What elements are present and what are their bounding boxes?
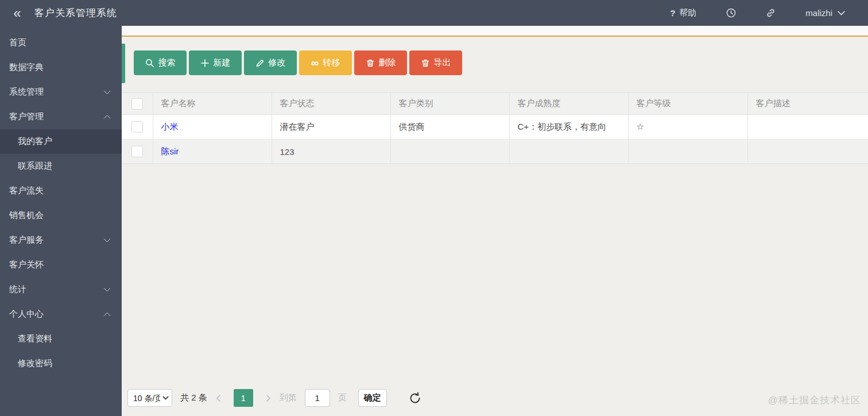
cell-level (628, 139, 747, 164)
delete-button[interactable]: 删除 (354, 50, 407, 75)
sidebar-collapse-icon[interactable]: « (0, 0, 34, 26)
sidebar-item-label: 数据字典 (9, 62, 44, 73)
chevron-down-icon (103, 287, 111, 292)
goto-page-input[interactable] (305, 389, 330, 407)
sidebar-item-label: 销售机会 (9, 210, 44, 221)
content-area: 搜索 新建 修改 ∞ 转移 删除 (122, 26, 868, 416)
trash-icon (421, 59, 430, 68)
transfer-icon: ∞ (311, 57, 319, 68)
sidebar-item-label: 修改密码 (18, 358, 52, 369)
sidebar-item-customer-service[interactable]: 客户服务 (0, 228, 122, 252)
column-header-level: 客户等级 (628, 93, 747, 115)
cell-category (390, 139, 509, 164)
table-header-row: 客户名称 客户状态 客户类别 客户成熟度 客户等级 客户描述 (122, 93, 868, 115)
page-size-select[interactable]: 10 条/页 (127, 389, 172, 407)
plus-icon (200, 59, 210, 68)
sidebar-item-label: 客户流失 (9, 185, 44, 196)
sidebar-item-customer-management[interactable]: 客户管理 (0, 104, 122, 129)
prev-page-icon[interactable] (215, 395, 222, 402)
main-frame: 首页 数据字典 系统管理 客户管理 我的客户 联系跟进 客户流失 销售机会 客户… (0, 26, 868, 416)
row-checkbox[interactable] (131, 121, 143, 133)
action-toolbar: 搜索 新建 修改 ∞ 转移 删除 (134, 50, 868, 75)
confirm-button[interactable]: 确定 (358, 389, 387, 407)
app-title: 客户关系管理系统 (34, 6, 117, 20)
chevron-up-icon (103, 115, 111, 119)
sidebar-item-view-profile[interactable]: 查看资料 (0, 326, 122, 351)
watermark: @稀土掘金技术社区 (768, 394, 861, 407)
user-menu[interactable]: malizhi (805, 8, 845, 18)
search-icon (145, 59, 154, 68)
clock-icon[interactable] (726, 8, 736, 18)
total-count: 共 2 条 (180, 392, 207, 403)
sidebar-item-customer-loss[interactable]: 客户流失 (0, 178, 122, 203)
page-size-select-wrap: 10 条/页 (127, 389, 172, 407)
button-label: 搜索 (158, 57, 176, 68)
sidebar-item-label: 客户服务 (9, 235, 44, 246)
sidebar-item-label: 联系跟进 (18, 161, 52, 172)
sidebar-item-label: 统计 (9, 284, 26, 295)
cell-maturity (509, 139, 628, 164)
sidebar-item-customer-care[interactable]: 客户关怀 (0, 252, 122, 277)
sidebar-item-label: 查看资料 (18, 333, 52, 344)
chevron-down-icon (838, 11, 845, 15)
button-label: 转移 (323, 57, 340, 68)
goto-suffix: 页 (338, 392, 347, 403)
transfer-button[interactable]: ∞ 转移 (299, 50, 352, 75)
pencil-icon (255, 59, 265, 68)
sidebar-item-label: 客户管理 (9, 111, 44, 122)
sidebar-item-label: 客户关怀 (9, 259, 44, 270)
table-row[interactable]: 小米 潜在客户 供货商 C+：初步联系，有意向 ☆ (122, 115, 868, 139)
column-header-name: 客户名称 (153, 93, 272, 115)
crm-app: « 客户关系管理系统 ? 帮助 malizhi (0, 0, 868, 416)
row-checkbox[interactable] (131, 146, 143, 157)
sidebar-item-personal-center[interactable]: 个人中心 (0, 302, 122, 326)
cell-description (747, 139, 868, 164)
sidebar-item-label: 首页 (9, 37, 26, 48)
cell-description (747, 115, 868, 139)
sidebar-nav: 首页 数据字典 系统管理 客户管理 我的客户 联系跟进 客户流失 销售机会 客户… (0, 26, 122, 416)
search-panel-handle[interactable] (122, 44, 125, 83)
table-row[interactable]: 陈sir 123 (122, 139, 868, 164)
customer-name-link[interactable]: 小米 (161, 122, 179, 131)
goto-prefix: 到第 (280, 392, 297, 403)
sidebar-item-change-password[interactable]: 修改密码 (0, 351, 122, 376)
sidebar-item-home[interactable]: 首页 (0, 30, 122, 55)
pagination-bar: 10 条/页 共 2 条 1 到第 页 确定 (122, 386, 868, 416)
select-all-checkbox[interactable] (131, 98, 143, 110)
content-spacer (122, 164, 868, 386)
cell-status: 潜在客户 (272, 115, 390, 139)
button-label: 修改 (269, 57, 286, 68)
sidebar-item-my-customers[interactable]: 我的客户 (0, 129, 122, 154)
cell-status: 123 (272, 139, 390, 164)
next-page-icon[interactable] (265, 395, 272, 402)
top-header: « 客户关系管理系统 ? 帮助 malizhi (0, 0, 868, 26)
customer-table: 客户名称 客户状态 客户类别 客户成熟度 客户等级 客户描述 小米 潜在客户 供… (122, 92, 868, 164)
customer-name-link[interactable]: 陈sir (161, 146, 179, 156)
sidebar-item-data-dictionary[interactable]: 数据字典 (0, 55, 122, 80)
modify-button[interactable]: 修改 (244, 50, 297, 75)
export-button[interactable]: 导出 (409, 50, 462, 75)
column-header-category: 客户类别 (390, 93, 509, 115)
sidebar-item-statistics[interactable]: 统计 (0, 277, 122, 302)
link-icon[interactable] (766, 8, 776, 18)
cell-category: 供货商 (390, 115, 509, 139)
refresh-icon[interactable] (409, 392, 421, 405)
cell-level: ☆ (628, 115, 747, 139)
help-button[interactable]: ? 帮助 (670, 7, 696, 18)
column-header-maturity: 客户成熟度 (509, 93, 628, 115)
search-button[interactable]: 搜索 (134, 50, 187, 75)
sidebar-item-label: 个人中心 (9, 309, 44, 320)
question-icon: ? (670, 8, 675, 18)
button-label: 新建 (214, 57, 231, 68)
sidebar-item-label: 系统管理 (9, 87, 44, 98)
sidebar-item-sales-opportunities[interactable]: 销售机会 (0, 203, 122, 228)
sidebar-item-contact-followup[interactable]: 联系跟进 (0, 154, 122, 178)
button-label: 删除 (379, 57, 396, 68)
cell-maturity: C+：初步联系，有意向 (509, 115, 628, 139)
button-label: 导出 (434, 57, 451, 68)
new-button[interactable]: 新建 (189, 50, 242, 75)
header-actions: ? 帮助 malizhi (670, 7, 868, 18)
page-number-button[interactable]: 1 (234, 389, 253, 407)
sidebar-item-system-management[interactable]: 系统管理 (0, 80, 122, 104)
chevron-down-icon (103, 90, 111, 95)
